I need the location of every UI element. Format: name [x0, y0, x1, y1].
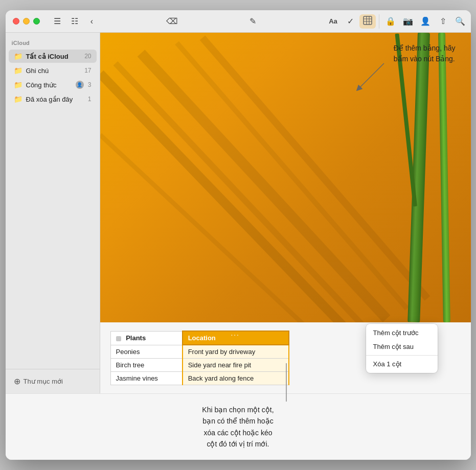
annotation-area: Khi bạn chọn một cột, bạn có thể thêm ho… — [6, 393, 471, 460]
compose-icon: ✎ — [250, 16, 256, 26]
sidebar-item-count: 17 — [84, 67, 91, 74]
column-header-location[interactable]: ··· Location — [183, 331, 289, 345]
callout-bottom-line4: cột đó tới vị trí mới. — [202, 438, 274, 450]
table-drag-handle — [116, 336, 121, 341]
table-row: Birch tree Side yard near fire pit — [110, 359, 289, 372]
compose-button[interactable]: ✎ — [244, 14, 261, 29]
close-button[interactable] — [13, 18, 19, 25]
traffic-lights — [6, 18, 47, 25]
svg-line-6 — [116, 63, 366, 322]
lock-button[interactable]: 🔒 — [382, 14, 399, 29]
sidebar-footer: ⊕ Thư mục mới — [6, 369, 100, 393]
media-button[interactable]: 📷 — [400, 14, 416, 29]
table-row: Peonies Front yard by driveway — [110, 345, 289, 359]
sidebar-item-count: 3 — [88, 81, 92, 88]
context-menu-add-col-before[interactable]: Thêm cột trước — [366, 326, 438, 340]
sidebar-item-formulas[interactable]: 📁 Công thức 👤 3 — [9, 78, 97, 91]
table-icon — [363, 16, 372, 27]
context-menu: Thêm cột trước Thêm cột sau Xóa 1 cột — [366, 324, 438, 373]
sidebar-item-recently-deleted[interactable]: 📁 Đã xóa gần đây 1 — [9, 92, 97, 106]
text-format-button[interactable]: Aa — [325, 14, 341, 29]
column-plants-label: Plants — [126, 334, 146, 342]
folder-icon-formulas: 📁 — [14, 81, 22, 89]
folder-icon: 📁 — [14, 52, 22, 60]
plants-table: Plants ··· Location Peonies Front yard b… — [110, 331, 289, 385]
toolbar: ☰ ☷ ‹ ⌫ ✎ Aa ✓ — [47, 14, 471, 29]
table-cell-plant[interactable]: Peonies — [110, 345, 183, 359]
cell-value: Birch tree — [116, 361, 145, 369]
titlebar: ☰ ☷ ‹ ⌫ ✎ Aa ✓ — [6, 10, 471, 33]
sidebar: iCloud 📁 Tất cả iCloud 20 📁 Ghi chú 17 📁… — [6, 33, 100, 393]
table-cell-plant[interactable]: Birch tree — [110, 359, 183, 372]
checklist-button[interactable]: ✓ — [342, 14, 358, 29]
svg-line-10 — [100, 135, 330, 322]
sidebar-item-count: 1 — [88, 96, 92, 103]
callout-bottom-line3: xóa các cột hoặc kéo — [202, 427, 274, 438]
mention-button[interactable]: 👤 — [417, 14, 434, 29]
table-cell-location[interactable]: Side yard near fire pit — [183, 359, 289, 372]
share-icon: ⇧ — [440, 16, 446, 26]
table-row: Jasmine vines Back yard along fence — [110, 372, 289, 385]
table-cell-location[interactable]: Back yard along fence — [183, 372, 289, 385]
new-folder-button[interactable]: ⊕ Thư mục mới — [11, 374, 95, 388]
callout-bottom: Khi bạn chọn một cột, bạn có thể thêm ho… — [202, 404, 274, 450]
cell-value: Front yard by driveway — [188, 348, 256, 356]
sidebar-section-title: iCloud — [6, 33, 100, 49]
plus-icon: ⊕ — [14, 377, 20, 386]
cell-value: Peonies — [116, 348, 140, 356]
list-view-icon: ☰ — [54, 16, 61, 26]
back-icon: ‹ — [90, 17, 93, 26]
column-header-plants[interactable]: Plants — [110, 331, 183, 345]
callout-top: Để thêm bảng, hãy bấm vào nút Bảng. — [394, 43, 456, 64]
sidebar-item-label: Đã xóa gần đây — [26, 96, 86, 103]
callout-bottom-line1: Khi bạn chọn một cột, — [202, 404, 274, 415]
cell-value: Jasmine vines — [116, 374, 158, 382]
table-cell-location[interactable]: Front yard by driveway — [183, 345, 289, 359]
main-area: iCloud 📁 Tất cả iCloud 20 📁 Ghi chú 17 📁… — [6, 33, 471, 393]
minimize-button[interactable] — [23, 18, 30, 25]
main-window: ☰ ☷ ‹ ⌫ ✎ Aa ✓ — [6, 10, 471, 460]
table-button[interactable] — [359, 14, 376, 29]
share-button[interactable]: ⇧ — [435, 14, 451, 29]
shared-avatar: 👤 — [76, 81, 84, 89]
photo-area — [100, 33, 471, 322]
table-cell-plant[interactable]: Jasmine vines — [110, 372, 183, 385]
cell-value: Back yard along fence — [188, 374, 254, 382]
callout-bottom-line2: bạn có thể thêm hoặc — [202, 415, 274, 427]
list-view-button[interactable]: ☰ — [49, 14, 65, 29]
grid-view-icon: ☷ — [71, 16, 78, 26]
note-content: Plants ··· Location Peonies Front yard b… — [100, 33, 471, 393]
delete-button[interactable]: ⌫ — [164, 14, 180, 29]
cell-value: Side yard near fire pit — [188, 361, 252, 369]
folder-icon-deleted: 📁 — [14, 95, 22, 103]
sidebar-item-all-icloud[interactable]: 📁 Tất cả iCloud 20 — [9, 50, 97, 63]
svg-rect-0 — [364, 16, 372, 25]
search-button[interactable]: 🔍 — [452, 14, 468, 29]
callout-top-line1: Để thêm bảng, hãy — [394, 43, 456, 54]
lock-icon: 🔒 — [386, 16, 396, 26]
folder-icon-notes: 📁 — [14, 66, 22, 75]
sidebar-item-notes[interactable]: 📁 Ghi chú 17 — [9, 64, 97, 77]
back-button[interactable]: ‹ — [84, 14, 100, 29]
context-menu-separator — [366, 355, 438, 356]
fullscreen-button[interactable] — [33, 18, 40, 25]
column-location-label: Location — [188, 334, 216, 342]
sidebar-item-label: Công thức — [26, 81, 76, 89]
media-icon: 📷 — [403, 16, 413, 26]
text-format-icon: Aa — [329, 17, 337, 25]
new-folder-label: Thư mục mới — [24, 378, 63, 385]
sidebar-item-label: Tất cả iCloud — [26, 53, 83, 60]
checklist-icon: ✓ — [347, 16, 354, 26]
sidebar-item-label: Ghi chú — [26, 67, 83, 75]
grid-view-button[interactable]: ☷ — [66, 14, 83, 29]
sidebar-item-count: 20 — [84, 53, 91, 60]
context-menu-add-col-after[interactable]: Thêm cột sau — [366, 340, 438, 354]
view-toggle-group: ☰ ☷ — [49, 14, 83, 29]
column-dots: ··· — [231, 333, 240, 338]
trash-icon: ⌫ — [166, 16, 178, 26]
svg-line-7 — [141, 53, 387, 319]
photo-background — [100, 33, 471, 322]
context-menu-delete-col[interactable]: Xóa 1 cột — [366, 357, 438, 371]
svg-line-5 — [100, 74, 356, 322]
search-icon: 🔍 — [455, 16, 465, 26]
